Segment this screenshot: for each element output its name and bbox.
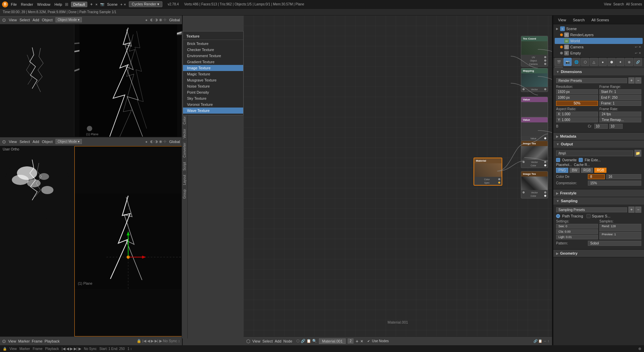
texture-brick[interactable]: Brick Texture [183,41,243,47]
prop-mesh-icon[interactable]: △ [590,58,598,66]
node-value-2[interactable]: Value Value [521,117,548,141]
path-tracing-radio[interactable] [556,214,560,218]
frame-input[interactable] [599,101,641,106]
aspect-y-input[interactable] [556,117,598,122]
frame-footer[interactable]: Frame [32,339,43,343]
menu-window[interactable]: Window [37,2,50,6]
node-footer-add[interactable]: Add [275,339,281,343]
add-scene-tab[interactable]: + [90,2,93,7]
close-scene-tab[interactable]: × [95,2,97,6]
global-local-top[interactable]: Global [169,18,180,22]
node-img-tex-2[interactable]: Image Tex Vector Color [521,171,548,198]
side-tab-vector[interactable]: Vector [182,126,188,140]
node-remove-mat[interactable]: × [361,338,363,344]
bottom-playback-btn[interactable]: Playback [45,347,59,351]
texture-wave[interactable]: Wave Texture [183,108,243,114]
start-frame-input[interactable]: Start: 1 End: 250 [99,347,125,351]
search-btn[interactable]: Search [613,2,624,6]
pattern-selector[interactable]: Sobol [588,241,641,246]
side-tab-script[interactable]: Script [182,160,188,173]
output-header[interactable]: ▼ Output [553,140,644,148]
texture-gradient[interactable]: Gradient Texture [183,59,243,65]
sampling-presets-selector[interactable]: Sampling Presets [556,207,627,212]
texture-checker[interactable]: Checker Texture [183,47,243,53]
render-presets-selector[interactable]: Render Presets [556,78,627,83]
right-all-scenes-btn[interactable]: All Scenes [589,17,612,23]
aspect-x-input[interactable] [556,112,598,117]
dimensions-header[interactable]: ▼ Dimensions [553,68,644,75]
see-val[interactable]: See: 0 [556,224,598,229]
prop-scene-icon[interactable]: 📷 [564,58,572,66]
file-ext-checkbox[interactable] [579,158,583,162]
menu-file[interactable]: File [11,2,17,6]
color-bw-btn[interactable]: BW [570,168,580,173]
view-menu-bottom[interactable]: View [9,140,17,144]
prop-object-icon[interactable]: ⬡ [581,58,589,66]
texture-point-density[interactable]: Point Density [183,89,243,95]
side-tab-color[interactable]: Color [182,114,188,126]
texture-musgrave[interactable]: Musgrave Texture [183,77,243,83]
remove-sampling-btn[interactable]: − [635,207,641,213]
resolution-pct[interactable]: 50% [556,101,598,106]
end-fr-input[interactable] [599,95,641,100]
bottom-view-btn[interactable]: View [9,347,17,351]
side-tab-layout[interactable]: Layout [182,172,188,187]
scene-tree-camera[interactable]: C Camera ↩ ✕ [555,44,643,50]
texture-image[interactable]: Image Texture [183,65,243,71]
no-sync-btn[interactable]: No Sync [84,347,97,351]
side-tab-group[interactable]: Group [182,187,188,201]
global-local-bottom[interactable]: Global [169,140,180,144]
texture-magic[interactable]: Magic Texture [183,71,243,77]
node-editor[interactable]: Material Out Surface Volume Tex Coord UV… [244,16,552,336]
node-add-mat[interactable]: + [355,338,358,344]
render-engine-selector[interactable]: Cycles Render ▾ [129,1,162,7]
add-preset-btn[interactable]: + [628,77,635,84]
depth-8-btn[interactable]: 8 [588,174,605,179]
side-tab-converter[interactable]: Converter [182,140,188,160]
right-search-btn[interactable]: Search [570,17,588,23]
menu-help[interactable]: Help [54,2,62,6]
prop-texture-icon[interactable]: ⬢ [607,58,616,66]
ligh-val[interactable]: Ligh: 0.01 [556,235,598,239]
rend-val[interactable]: Rend: 128 [599,224,641,231]
resolution-x-input[interactable] [556,89,598,94]
geometry-header[interactable]: ▶ Geometry [553,250,644,257]
resolution-y-input[interactable] [556,95,598,100]
texture-sky[interactable]: Sky Texture [183,95,243,101]
node-mapping[interactable]: Mapping Vector [521,68,548,92]
select-menu-top[interactable]: Select [20,18,30,22]
scene-tree-renderlayers[interactable]: R RenderLayers [555,32,643,38]
scene-tree-scene[interactable]: ▶ S Scene [555,26,643,32]
remove-preset-btn[interactable]: − [635,77,641,84]
square-samples-checkbox[interactable] [586,214,591,218]
view-btn[interactable]: View [604,2,612,6]
fps-selector[interactable]: 24 fps [599,112,641,117]
texture-noise[interactable]: Noise Texture [183,83,243,89]
playback-footer[interactable]: Playback [45,339,60,343]
object-menu-bottom[interactable]: Object [42,140,53,144]
format-png[interactable]: PNG [556,168,568,173]
material-selector[interactable]: Material.001 [319,338,346,344]
right-view-btn[interactable]: View [555,17,569,23]
texture-voronoi[interactable]: Voronoi Texture [183,101,243,108]
compression-val[interactable]: 15% [588,181,641,186]
metadata-header[interactable]: ▶ Metadata [553,133,644,140]
prop-material-icon[interactable]: ● [599,58,607,66]
node-footer-view[interactable]: View [252,339,260,343]
overwrite-checkbox[interactable] [556,158,560,162]
node-img-tex-1[interactable]: Image Tex Vector Color [521,141,548,168]
add-menu-top[interactable]: Add [32,18,39,22]
node-footer-node[interactable]: Node [283,339,292,343]
frame-input-bottom[interactable]: 1 ↕ [128,347,132,351]
scene-tree-empty[interactable]: E Empty ↩ ✕ [555,50,643,56]
preview-val[interactable]: Preview: 1 [599,232,641,239]
menu-render[interactable]: Render [21,2,33,6]
time-remap-btn[interactable]: Time Remap... [599,117,641,122]
bottom-frame-btn[interactable]: Frame [33,347,43,351]
node-tex-coord[interactable]: Tex Coord UV Object Camera [521,36,548,67]
output-folder-input[interactable] [556,150,633,156]
node-footer-select[interactable]: Select [262,339,273,343]
view-footer[interactable]: View [8,339,16,343]
sampling-header[interactable]: ▼ Sampling [553,197,644,205]
freestyle-header[interactable]: ▶ Freestyle [553,189,644,197]
